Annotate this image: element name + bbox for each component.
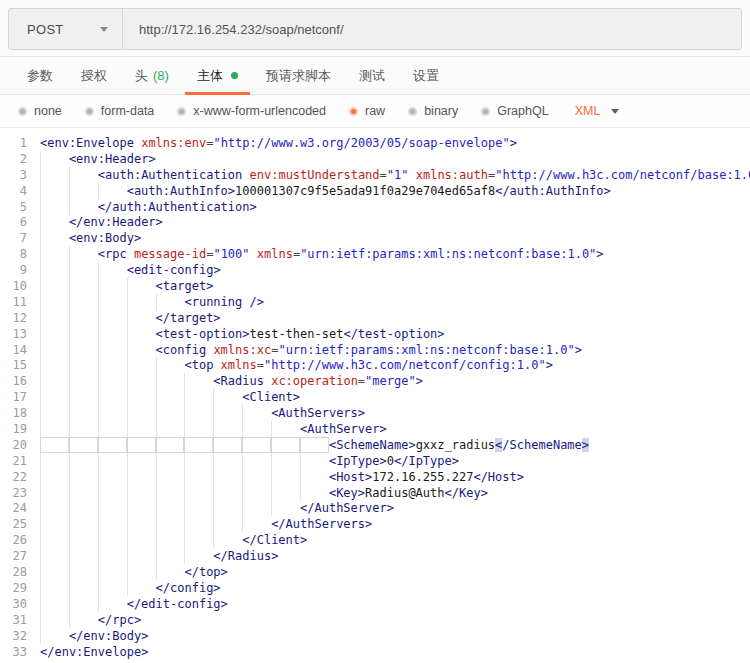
tab-authorization[interactable]: 授权 xyxy=(67,57,121,94)
line-number: 27 xyxy=(0,548,34,564)
code-text: </env:Body> xyxy=(34,628,750,644)
code-text: <auth:AuthInfo>100001307c9f5e5ada91f0a29… xyxy=(34,183,750,199)
code-text: </AuthServer> xyxy=(34,500,750,516)
line-number: 17 xyxy=(0,389,34,405)
code-line: 28</top> xyxy=(0,564,750,580)
code-text: </env:Envelope> xyxy=(34,644,750,660)
body-type-label: raw xyxy=(365,104,385,118)
headers-count-badge: (8) xyxy=(153,68,169,83)
method-select[interactable]: POST xyxy=(9,9,123,49)
body-type-form-data[interactable]: form-data xyxy=(85,104,155,118)
code-line: 12</target> xyxy=(0,310,750,326)
line-number: 11 xyxy=(0,294,34,310)
code-line: 17<Client> xyxy=(0,389,750,405)
code-text: </rpc> xyxy=(34,612,750,628)
code-text: <running /> xyxy=(34,294,750,310)
code-line: 20<SchemeName>gxxz_radius</SchemeName> xyxy=(0,437,750,453)
line-number: 32 xyxy=(0,628,34,644)
tab-settings[interactable]: 设置 xyxy=(399,57,453,94)
tab-label: 主体 xyxy=(197,67,223,85)
code-line: 14<config xmlns:xc="urn:ietf:params:xml:… xyxy=(0,342,750,358)
code-line: 31</rpc> xyxy=(0,612,750,628)
url-input[interactable] xyxy=(123,9,741,49)
line-number: 1 xyxy=(0,135,34,151)
line-number: 5 xyxy=(0,199,34,215)
body-type-label: x-www-form-urlencoded xyxy=(193,104,326,118)
raw-body-editor[interactable]: 1<env:Envelope xmlns:env="http://www.w3.… xyxy=(0,128,750,663)
tab-body[interactable]: 主体 xyxy=(183,57,252,94)
tab-headers[interactable]: 头(8) xyxy=(121,57,183,94)
line-number: 8 xyxy=(0,246,34,262)
code-line: 21<IpType>0</IpType> xyxy=(0,453,750,469)
radio-icon xyxy=(408,107,417,116)
body-type-none[interactable]: none xyxy=(18,104,62,118)
line-number: 3 xyxy=(0,167,34,183)
code-text: </edit-config> xyxy=(34,596,750,612)
line-number: 29 xyxy=(0,580,34,596)
body-type-raw[interactable]: raw xyxy=(349,104,385,118)
code-line: 24</AuthServer> xyxy=(0,500,750,516)
code-text: <SchemeName>gxxz_radius</SchemeName> xyxy=(34,437,750,453)
line-number: 7 xyxy=(0,230,34,246)
code-text: <auth:Authentication env:mustUnderstand=… xyxy=(34,167,750,183)
code-line: 13<test-option>test-then-set</test-optio… xyxy=(0,326,750,342)
line-number: 14 xyxy=(0,342,34,358)
radio-icon xyxy=(349,107,358,116)
tab-params[interactable]: 参数 xyxy=(13,57,67,94)
line-number: 13 xyxy=(0,326,34,342)
body-type-x-www-form-urlencoded[interactable]: x-www-form-urlencoded xyxy=(177,104,326,118)
line-number: 4 xyxy=(0,183,34,199)
code-line: 27</Radius> xyxy=(0,548,750,564)
code-text: </AuthServers> xyxy=(34,516,750,532)
line-number: 26 xyxy=(0,532,34,548)
code-text: <target> xyxy=(34,278,750,294)
line-number: 15 xyxy=(0,357,34,373)
line-number: 33 xyxy=(0,644,34,660)
tab-label: 参数 xyxy=(27,67,53,85)
code-text: <env:Envelope xmlns:env="http://www.w3.o… xyxy=(34,135,750,151)
tab-label: 预请求脚本 xyxy=(266,67,331,85)
body-type-binary[interactable]: binary xyxy=(408,104,458,118)
code-text: </Radius> xyxy=(34,548,750,564)
code-line: 16<Radius xc:operation="merge"> xyxy=(0,373,750,389)
code-text: </env:Header> xyxy=(34,214,750,230)
language-select[interactable]: XML xyxy=(575,104,620,118)
code-line: 25</AuthServers> xyxy=(0,516,750,532)
body-type-label: binary xyxy=(424,104,458,118)
code-text: <Key>Radius@Auth</Key> xyxy=(34,485,750,501)
line-number: 18 xyxy=(0,405,34,421)
radio-icon xyxy=(18,107,27,116)
body-type-graphql[interactable]: GraphQL xyxy=(481,104,548,118)
code-text: <env:Body> xyxy=(34,230,750,246)
code-text: <AuthServers> xyxy=(34,405,750,421)
code-text: <Host>172.16.255.227</Host> xyxy=(34,469,750,485)
code-line: 23<Key>Radius@Auth</Key> xyxy=(0,485,750,501)
line-number: 31 xyxy=(0,612,34,628)
line-number: 10 xyxy=(0,278,34,294)
line-number: 20 xyxy=(0,437,34,453)
body-present-dot-icon xyxy=(231,72,238,79)
tab-pre-request-script[interactable]: 预请求脚本 xyxy=(252,57,345,94)
language-label: XML xyxy=(575,104,601,118)
code-line: 3<auth:Authentication env:mustUnderstand… xyxy=(0,167,750,183)
request-tabs: 参数授权头(8)主体预请求脚本测试设置 xyxy=(0,57,750,95)
code-text: <Radius xc:operation="merge"> xyxy=(34,373,750,389)
code-text: <env:Header> xyxy=(34,151,750,167)
tab-label: 设置 xyxy=(413,67,439,85)
body-type-row: noneform-datax-www-form-urlencodedrawbin… xyxy=(0,95,750,128)
tab-tests[interactable]: 测试 xyxy=(345,57,399,94)
code-line: 22<Host>172.16.255.227</Host> xyxy=(0,469,750,485)
code-line: 33</env:Envelope> xyxy=(0,644,750,660)
line-number: 22 xyxy=(0,469,34,485)
method-label: POST xyxy=(27,22,64,37)
body-type-label: form-data xyxy=(101,104,155,118)
code-line: 15<top xmlns="http://www.h3c.com/netconf… xyxy=(0,357,750,373)
code-text: </top> xyxy=(34,564,750,580)
code-line: 9<edit-config> xyxy=(0,262,750,278)
code-line: 1<env:Envelope xmlns:env="http://www.w3.… xyxy=(0,135,750,151)
code-line: 19<AuthServer> xyxy=(0,421,750,437)
line-number: 19 xyxy=(0,421,34,437)
code-text: <IpType>0</IpType> xyxy=(34,453,750,469)
chevron-down-icon xyxy=(100,27,108,32)
code-text: </config> xyxy=(34,580,750,596)
